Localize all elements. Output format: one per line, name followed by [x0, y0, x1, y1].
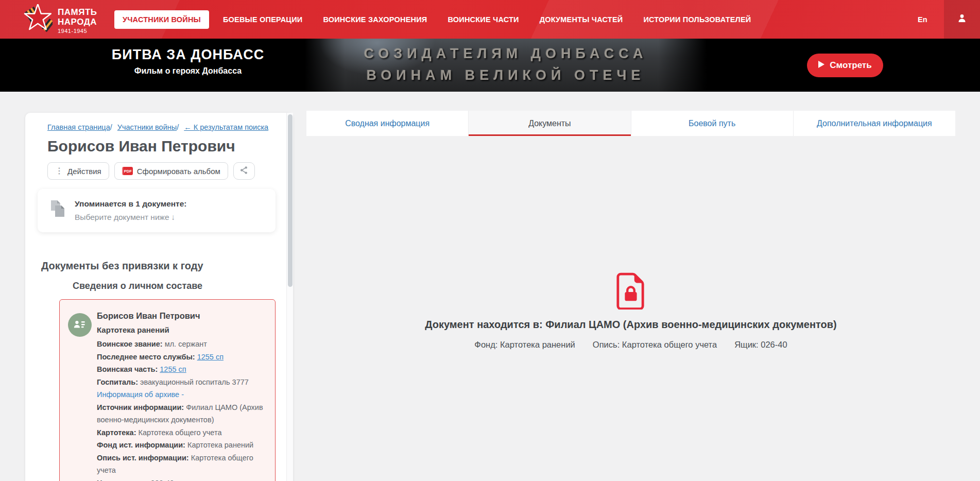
monument-carved-text-1: СОЗИДАТЕЛЯМ ДОНБАССА: [320, 46, 691, 62]
tab-0[interactable]: Сводная информация: [306, 111, 469, 136]
watch-button[interactable]: Смотреть: [807, 54, 883, 77]
archive-info-toggle[interactable]: Информация об архиве -: [97, 390, 184, 399]
nav-item-воинские-части[interactable]: ВОИНСКИЕ ЧАСТИ: [441, 10, 525, 29]
language-switcher[interactable]: En: [918, 0, 927, 39]
mentions-hint-label: Выберите документ ниже: [75, 213, 169, 221]
pdf-icon: PDF: [122, 167, 133, 175]
field-label-8: Опись ист. информации:: [97, 454, 189, 462]
document-meta-row: Фонд: Картотека раненийОпись: Картотека …: [306, 340, 955, 350]
field-row-9: Номер ящика: 026-40: [97, 477, 265, 481]
field-value-7: Картотека ранений: [187, 441, 253, 449]
field-value-link-1[interactable]: 1255 сп: [197, 353, 223, 361]
person-summary-panel: Главная страница/ Участники войны/ ← К р…: [25, 113, 293, 481]
field-value-3: эвакуационный госпиталь 3777: [140, 378, 249, 386]
tab-2[interactable]: Боевой путь: [631, 111, 794, 136]
field-label-0: Воинское звание:: [97, 340, 163, 348]
mentions-card: Упоминается в 1 документе: Выберите доку…: [38, 189, 276, 232]
field-label-2: Воинская часть:: [97, 365, 158, 373]
field-row-1: Последнее место службы: 1255 сп: [97, 351, 265, 364]
subsection-title-personnel-records: Сведения о личном составе: [73, 281, 272, 291]
banner-title: БИТВА ЗА ДОНБАСС: [106, 47, 270, 63]
field-row-6: Картотека: Картотека общего учета: [97, 426, 265, 439]
nav-item-документы-частей[interactable]: ДОКУМЕНТЫ ЧАСТЕЙ: [533, 10, 630, 29]
watch-button-label: Смотреть: [830, 60, 871, 71]
field-label-5: Источник информации:: [97, 403, 184, 411]
meta-item-1: Опись: Картотека общего учета: [593, 340, 717, 350]
breadcrumb-separator: /: [177, 123, 181, 131]
mentions-count-text: Упоминается в 1 документе:: [75, 199, 187, 209]
field-label-1: Последнее место службы:: [97, 353, 195, 361]
nav-item-боевые-операции[interactable]: БОЕВЫЕ ОПЕРАЦИИ: [216, 10, 309, 29]
field-label-9: Номер ящика:: [97, 479, 149, 481]
field-row-0: Воинское звание: мл. сержант: [97, 338, 265, 351]
field-row-3: Госпиталь: эвакуационный госпиталь 3777: [97, 376, 265, 389]
star-ribbon-logo-icon: [24, 4, 53, 37]
monument-carved-text-2: ВОИНАМ ВЕЛИКОЙ ОТЕЧЕ: [320, 67, 691, 83]
play-icon: [818, 60, 824, 71]
logo-line1: ПАМЯТЬ: [58, 7, 97, 17]
monument-photo: СОЗИДАТЕЛЯМ ДОНБАССА ВОИНАМ ВЕЛИКОЙ ОТЕЧ…: [305, 39, 707, 92]
breadcrumb-link-0[interactable]: Главная страница: [47, 123, 110, 131]
field-row-5: Источник информации: Филиал ЦАМО (Архив …: [97, 401, 265, 426]
tab-3[interactable]: Дополнительная информация: [794, 111, 955, 136]
breadcrumb: Главная страница/ Участники войны/ ← К р…: [47, 123, 272, 131]
document-card-selected[interactable]: Борисов Иван Петрович Картотека ранений …: [59, 299, 276, 481]
logo-years: 1941-1945: [58, 28, 97, 34]
document-type: Картотека ранений: [97, 325, 265, 334]
kebab-icon: ⋮: [55, 167, 63, 175]
meta-item-2: Ящик: 026-40: [734, 340, 787, 350]
actions-button[interactable]: ⋮ Действия: [47, 162, 109, 180]
breadcrumb-separator: /: [110, 123, 114, 131]
person-record-icon: [68, 313, 92, 337]
document-fields: Воинское звание: мл. сержантПоследнее ме…: [97, 338, 265, 481]
document-tab-content: Документ находится в: Филиал ЦАМО (Архив…: [306, 136, 955, 350]
mentions-hint-text: Выберите документ ниже↓: [75, 213, 187, 222]
user-account-button[interactable]: [944, 0, 980, 39]
left-panel-scrollbar[interactable]: [286, 113, 293, 481]
down-arrow-icon: ↓: [171, 213, 176, 221]
field-row-4: Информация об архиве -: [97, 388, 265, 401]
main-nav: УЧАСТНИКИ ВОЙНЫБОЕВЫЕ ОПЕРАЦИИВОИНСКИЕ З…: [114, 0, 758, 39]
section-title-documents-no-year: Документы без привязки к году: [41, 260, 272, 272]
nav-item-истории-пользователей[interactable]: ИСТОРИИ ПОЛЬЗОВАТЕЛЕЙ: [637, 10, 758, 29]
page-title: Борисов Иван Петрович: [47, 138, 272, 155]
generate-album-button[interactable]: PDF Сформировать альбом: [114, 162, 228, 180]
field-row-8: Опись ист. информации: Картотека общего …: [97, 452, 265, 477]
breadcrumb-link-1[interactable]: Участники войны: [117, 123, 177, 131]
share-button[interactable]: [233, 162, 255, 180]
banner-subtitle: Фильм о героях Донбасса: [106, 66, 270, 76]
field-value-0: мл. сержант: [165, 340, 207, 348]
user-icon: [957, 13, 967, 26]
tab-1[interactable]: Документы: [469, 111, 631, 136]
logo-line2: НАРОДА: [58, 17, 97, 27]
field-row-7: Фонд ист. информации: Картотека ранений: [97, 439, 265, 452]
field-value-9: 026-40: [151, 479, 174, 481]
nav-item-участники-войны[interactable]: УЧАСТНИКИ ВОЙНЫ: [114, 10, 209, 29]
scrollbar-thumb[interactable]: [288, 114, 293, 287]
breadcrumb-link-2[interactable]: ← К результатам поиска: [184, 123, 268, 131]
document-location-text: Документ находится в: Филиал ЦАМО (Архив…: [306, 319, 955, 331]
record-tabs: Сводная информацияДокументыБоевой путьДо…: [306, 111, 955, 136]
field-row-2: Воинская часть: 1255 сп: [97, 363, 265, 376]
locked-document-icon: [616, 271, 646, 310]
meta-item-0: Фонд: Картотека ранений: [474, 340, 575, 350]
actions-button-label: Действия: [67, 167, 101, 176]
field-label-3: Госпиталь:: [97, 378, 138, 386]
site-logo[interactable]: ПАМЯТЬ НАРОДА 1941-1945: [24, 4, 97, 37]
documents-icon: [49, 199, 66, 222]
field-value-6: Картотека общего учета: [139, 428, 222, 437]
top-navigation-bar: ПАМЯТЬ НАРОДА 1941-1945 УЧАСТНИКИ ВОЙНЫБ…: [0, 0, 980, 39]
field-label-6: Картотека:: [97, 428, 136, 437]
nav-item-воинские-захоронения[interactable]: ВОИНСКИЕ ЗАХОРОНЕНИЯ: [316, 10, 434, 29]
share-icon: [239, 166, 248, 176]
promo-banner[interactable]: СОЗИДАТЕЛЯМ ДОНБАССА ВОИНАМ ВЕЛИКОЙ ОТЕЧ…: [0, 39, 980, 92]
field-value-link-2[interactable]: 1255 сп: [160, 365, 186, 373]
document-person-name: Борисов Иван Петрович: [97, 311, 265, 321]
generate-album-label: Сформировать альбом: [137, 167, 220, 176]
field-label-7: Фонд ист. информации:: [97, 441, 185, 449]
